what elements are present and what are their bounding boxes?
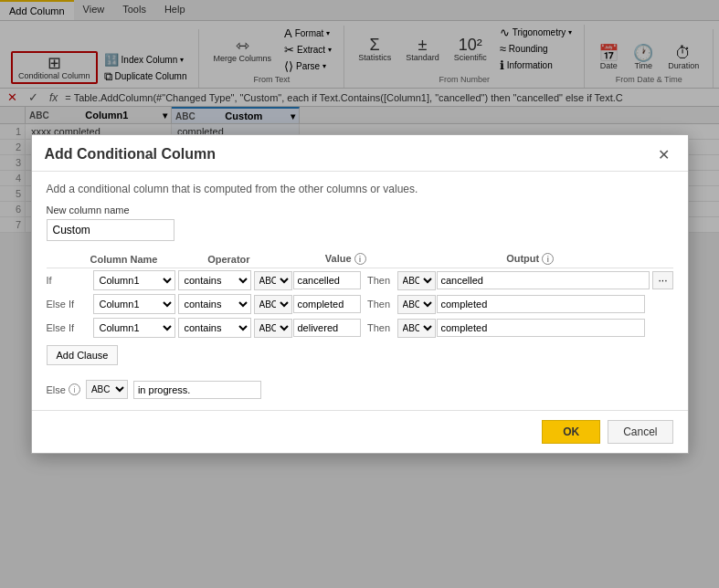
new-column-name-input[interactable] [47, 219, 174, 233]
modal-description: Add a conditional column that is compute… [47, 183, 673, 195]
modal-header: Add Conditional Column ✕ [32, 135, 688, 172]
modal-body: Add a conditional column that is compute… [32, 172, 688, 233]
add-conditional-column-modal: Add Conditional Column ✕ Add a condition… [31, 134, 689, 233]
modal-title: Add Conditional Column [45, 146, 217, 163]
modal-close-button[interactable]: ✕ [652, 144, 675, 165]
modal-overlay: Add Conditional Column ✕ Add a condition… [0, 0, 719, 233]
new-column-name-label: New column name [47, 205, 673, 215]
